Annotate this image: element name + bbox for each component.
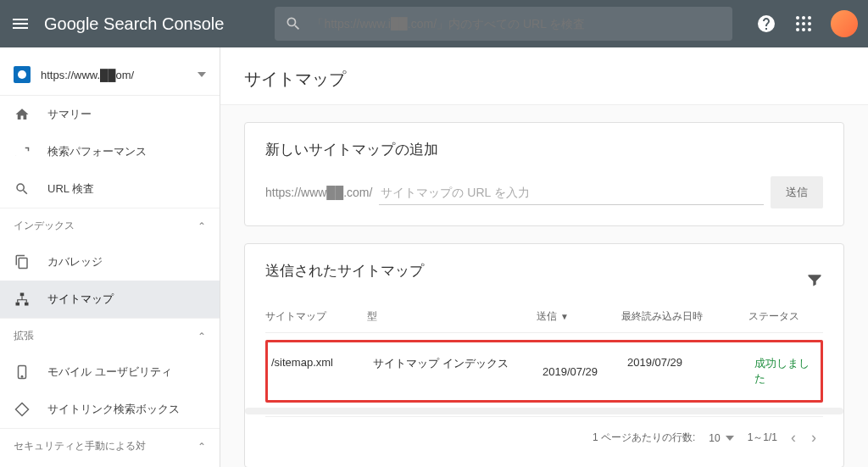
sidebar-item-url-inspect[interactable]: URL 検査 (0, 170, 220, 208)
horizontal-scrollbar[interactable] (245, 408, 843, 414)
pagination-range: 1～1/1 (748, 431, 777, 445)
svg-point-0 (796, 16, 799, 19)
chevron-up-icon: ⌃ (198, 220, 206, 232)
cell-lastread: 2019/07/29 (627, 356, 754, 386)
chevron-up-icon: ⌃ (198, 331, 206, 342)
filter-icon[interactable] (806, 271, 823, 288)
add-sitemap-card: 新しいサイトマップの追加 https://www██.com/ 送信 (244, 122, 844, 226)
search-icon (14, 181, 31, 197)
url-prefix: https://www██.com/ (265, 186, 372, 199)
svg-point-1 (802, 16, 805, 19)
col-submitted[interactable]: 送信 ▼ (537, 309, 621, 324)
home-icon (14, 106, 31, 123)
app-header: Google Search Console (0, 0, 868, 47)
sidebar-item-label: モバイル ユーザビリティ (47, 364, 172, 380)
col-sitemap: サイトマップ (265, 309, 367, 324)
page-title: サイトマップ (220, 47, 868, 105)
dropdown-icon (726, 436, 734, 441)
sidebar-item-mobile[interactable]: モバイル ユーザビリティ (0, 353, 220, 391)
sitemap-url-input[interactable] (379, 181, 764, 205)
sidebar-item-label: 検索パフォーマンス (47, 144, 147, 159)
section-label: セキュリティと手動による対 (14, 439, 146, 453)
search-icon (285, 15, 302, 32)
sidebar-item-sitemap[interactable]: サイトマップ (0, 281, 220, 318)
sidebar-item-summary[interactable]: サマリー (0, 96, 220, 133)
col-submitted-label: 送信 (537, 309, 557, 324)
submit-button[interactable]: 送信 (771, 176, 823, 208)
property-selector[interactable]: https://www.██om/ (0, 54, 220, 96)
table-header: サイトマップ 型 送信 ▼ 最終読み込み日時 ステータス (265, 297, 823, 333)
col-type: 型 (367, 309, 537, 324)
rows-per-page-label: 1 ページあたりの行数: (593, 431, 695, 445)
rows-per-page-select[interactable]: 10 (709, 432, 733, 444)
section-security[interactable]: セキュリティと手動による対 ⌃ (0, 428, 220, 464)
sidebar-item-label: URL 検査 (47, 181, 94, 197)
add-sitemap-heading: 新しいサイトマップの追加 (265, 140, 823, 159)
svg-point-3 (796, 22, 799, 25)
svg-point-4 (802, 22, 805, 25)
url-inspect-input[interactable] (312, 17, 722, 31)
section-index[interactable]: インデックス ⌃ (0, 208, 220, 243)
section-label: インデックス (14, 219, 75, 233)
main-content: サイトマップ 新しいサイトマップの追加 https://www██.com/ 送… (220, 47, 868, 467)
rows-per-page-value: 10 (709, 432, 720, 444)
chevron-up-icon: ⌃ (198, 441, 206, 453)
pagination: 1 ページあたりの行数: 10 1～1/1 ‹ › (265, 416, 823, 450)
help-icon[interactable] (756, 14, 776, 34)
logo-bold: Google (44, 14, 99, 33)
sidebar-item-coverage[interactable]: カバレッジ (0, 243, 220, 281)
section-enhance[interactable]: 拡張 ⌃ (0, 318, 220, 353)
copy-icon (14, 253, 31, 270)
svg-rect-9 (20, 293, 25, 297)
col-status: ステータス (748, 309, 823, 324)
sidebar-item-sitelinks[interactable]: サイトリンク検索ボックス (0, 391, 220, 428)
property-url: https://www.██om/ (41, 69, 198, 81)
table-row[interactable]: /sitemap.xml サイトマップ インデックス 2019/07/29 20… (265, 340, 823, 403)
app-logo: Google Search Console (44, 14, 224, 34)
url-inspect-search[interactable] (275, 7, 732, 41)
mobile-icon (14, 364, 31, 381)
col-lastread: 最終読み込み日時 (621, 309, 748, 324)
svg-point-5 (808, 22, 811, 25)
apps-icon[interactable] (793, 14, 814, 34)
sidebar-item-label: カバレッジ (47, 254, 103, 270)
cell-status: 成功しました (754, 356, 817, 386)
submitted-heading: 送信されたサイトマップ (265, 261, 424, 281)
svg-point-6 (796, 28, 799, 31)
cell-sitemap: /sitemap.xml (271, 356, 373, 386)
dropdown-icon (198, 72, 206, 77)
menu-icon[interactable] (10, 14, 31, 34)
sidebar: https://www.██om/ サマリー 検索パフォーマンス URL 検査 … (0, 47, 220, 467)
logo-light: Search Console (103, 14, 224, 33)
sidebar-item-label: サマリー (47, 107, 92, 122)
svg-rect-11 (25, 303, 29, 306)
cell-type: サイトマップ インデックス (373, 356, 542, 386)
svg-point-13 (21, 376, 23, 378)
diamond-icon (14, 401, 31, 418)
prev-page-icon[interactable]: ‹ (791, 429, 796, 447)
sort-down-icon: ▼ (560, 312, 569, 321)
svg-point-8 (808, 28, 811, 31)
next-page-icon[interactable]: › (811, 429, 816, 447)
sidebar-item-label: サイトリンク検索ボックス (47, 402, 180, 417)
section-label: 拡張 (14, 329, 34, 343)
svg-point-2 (808, 16, 811, 19)
sitemap-icon (14, 291, 31, 308)
trend-icon (14, 143, 31, 160)
submitted-sitemaps-card: 送信されたサイトマップ サイトマップ 型 送信 ▼ 最終読み込み日時 ステータス… (244, 243, 844, 467)
property-favicon (14, 66, 31, 83)
sidebar-item-performance[interactable]: 検索パフォーマンス (0, 133, 220, 170)
svg-point-7 (802, 28, 805, 31)
cell-submitted: 2019/07/29 (542, 356, 627, 386)
sidebar-item-label: サイトマップ (47, 292, 114, 307)
avatar[interactable] (831, 10, 858, 37)
header-right (756, 10, 858, 37)
svg-rect-10 (16, 303, 20, 306)
